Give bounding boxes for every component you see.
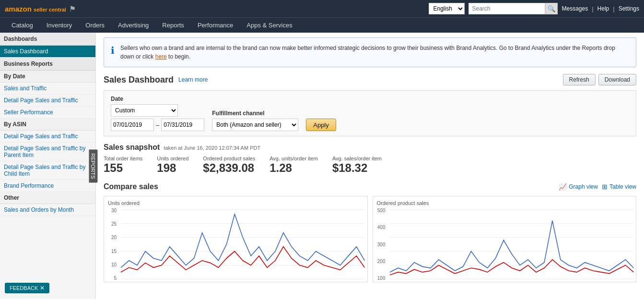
apply-button[interactable]: Apply bbox=[306, 119, 336, 131]
brand-analytics-link[interactable]: here bbox=[155, 53, 167, 60]
logo: amazon seller central bbox=[5, 5, 66, 13]
chart2-label: Ordered product sales bbox=[377, 200, 632, 206]
help-link[interactable]: Help bbox=[597, 5, 609, 12]
date-filter-label: Date bbox=[111, 96, 204, 102]
content-area: ℹ Sellers who own a brand and are intern… bbox=[96, 33, 644, 299]
nav-performance[interactable]: Performance bbox=[191, 18, 240, 33]
date-separator: – bbox=[156, 121, 159, 129]
snapshot-subtitle: taken at June 16, 2020 12:07:34 AM PDT bbox=[164, 145, 260, 151]
metric-total-order-items: Total order items 155 bbox=[104, 156, 142, 175]
nav-orders[interactable]: Orders bbox=[79, 18, 111, 33]
date-start-input[interactable] bbox=[111, 119, 154, 131]
date-range: – bbox=[111, 119, 204, 131]
dashboard-header: Sales Dashboard Learn more Refresh Downl… bbox=[104, 74, 636, 85]
sidebar-business-reports-title: Business Reports bbox=[0, 58, 95, 71]
view-toggles: 📈 Graph view ⊞ Table view bbox=[559, 183, 636, 191]
divider: | bbox=[592, 5, 593, 12]
nav-reports[interactable]: Reports bbox=[155, 18, 191, 33]
main-layout: Dashboards Sales Dashboard Business Repo… bbox=[0, 33, 644, 299]
search-button[interactable]: 🔍 bbox=[545, 3, 558, 14]
sidebar-dashboards-title: Dashboards bbox=[0, 33, 95, 46]
nav-apps[interactable]: Apps & Services bbox=[240, 18, 299, 33]
info-text: Sellers who own a brand and are internal… bbox=[120, 44, 629, 61]
table-view-toggle[interactable]: ⊞ Table view bbox=[602, 183, 636, 191]
fulfillment-filter-label: Fulfillment channel bbox=[212, 110, 298, 117]
fulfillment-filter-group: Fulfillment channel Both (Amazon and sel… bbox=[212, 110, 298, 131]
feedback-close-icon[interactable]: ✕ bbox=[40, 285, 45, 291]
sidebar-item-asin-parent[interactable]: Detail Page Sales and Traffic by Parent … bbox=[0, 143, 95, 161]
settings-link[interactable]: Settings bbox=[619, 5, 639, 12]
filter-row: Date Custom Today Yesterday Last 7 days … bbox=[104, 90, 636, 136]
sidebar-by-date: By Date bbox=[0, 71, 95, 83]
snapshot-section: Sales snapshot taken at June 16, 2020 12… bbox=[104, 143, 636, 175]
download-button[interactable]: Download bbox=[598, 74, 636, 85]
divider2: | bbox=[613, 5, 614, 12]
fulfillment-select[interactable]: Both (Amazon and seller) Amazon Seller bbox=[212, 119, 298, 131]
chart1-area bbox=[118, 207, 367, 282]
flag-icon: ⚑ bbox=[69, 4, 76, 13]
chart2-y-axis: 500 400 300 200 100 bbox=[373, 207, 387, 282]
dashboard-title: Sales Dashboard bbox=[104, 75, 174, 85]
snapshot-metrics: Total order items 155 Units ordered 198 … bbox=[104, 156, 636, 175]
chart1-y-axis: 30 25 20 15 10 5 bbox=[104, 207, 118, 282]
info-icon: ℹ bbox=[111, 45, 115, 56]
top-bar-right: English Español Deutsch 🔍 Messages | Hel… bbox=[429, 3, 639, 14]
top-bar: amazon seller central ⚑ English Español … bbox=[0, 0, 644, 17]
messages-link[interactable]: Messages bbox=[562, 5, 588, 12]
search-box: 🔍 bbox=[468, 3, 558, 14]
sidebar-item-sales-traffic[interactable]: Sales and Traffic bbox=[0, 83, 95, 95]
sidebar-item-detail-page[interactable]: Detail Page Sales and Traffic bbox=[0, 95, 95, 107]
charts-container: Units ordered 30 25 20 15 10 5 Ord bbox=[104, 196, 636, 282]
top-links: Messages | Help | Settings bbox=[562, 5, 639, 12]
nav-catalog[interactable]: Catalog bbox=[5, 18, 40, 33]
sidebar-item-asin-child[interactable]: Detail Page Sales and Traffic by Child I… bbox=[0, 161, 95, 180]
sidebar-item-brand-perf[interactable]: Brand Performance bbox=[0, 180, 95, 192]
chart2-area bbox=[387, 207, 636, 282]
units-ordered-chart: Units ordered 30 25 20 15 10 5 bbox=[104, 196, 368, 282]
date-end-input[interactable] bbox=[161, 119, 204, 131]
graph-icon: 📈 bbox=[559, 183, 567, 191]
date-select[interactable]: Custom Today Yesterday Last 7 days Last … bbox=[111, 104, 178, 117]
date-filter-group: Date Custom Today Yesterday Last 7 days … bbox=[111, 96, 204, 131]
search-input[interactable] bbox=[468, 3, 545, 14]
compare-section: Compare sales 📈 Graph view ⊞ Table view … bbox=[104, 182, 636, 282]
product-sales-chart: Ordered product sales 500 400 300 200 10… bbox=[373, 196, 637, 282]
sidebar-other: Other bbox=[0, 192, 95, 204]
sidebar-item-seller-perf[interactable]: Seller Performance bbox=[0, 107, 95, 119]
sidebar-item-sales-orders[interactable]: Sales and Orders by Month bbox=[0, 204, 95, 216]
nav-inventory[interactable]: Inventory bbox=[40, 18, 79, 33]
nav-bar: Catalog Inventory Orders Advertising Rep… bbox=[0, 17, 644, 33]
metric-avg-sales: Avg. sales/order item $18.32 bbox=[332, 156, 382, 175]
feedback-button[interactable]: FEEDBACK ✕ bbox=[5, 283, 49, 293]
refresh-button[interactable]: Refresh bbox=[563, 74, 596, 85]
metric-units-ordered: Units ordered 198 bbox=[157, 156, 188, 175]
snapshot-title: Sales snapshot bbox=[104, 143, 160, 152]
sidebar: Dashboards Sales Dashboard Business Repo… bbox=[0, 33, 96, 299]
reports-side-tab[interactable]: REPORTS bbox=[89, 149, 98, 182]
info-banner: ℹ Sellers who own a brand and are intern… bbox=[104, 37, 636, 67]
metric-ordered-product-sales: Ordered product sales $2,839.08 bbox=[203, 156, 255, 175]
logo-area: amazon seller central ⚑ bbox=[5, 4, 76, 13]
language-selector[interactable]: English Español Deutsch bbox=[429, 3, 465, 14]
nav-advertising[interactable]: Advertising bbox=[111, 18, 155, 33]
table-icon: ⊞ bbox=[602, 183, 608, 191]
header-actions: Refresh Download bbox=[563, 74, 636, 85]
metric-avg-units: Avg. units/order item 1.28 bbox=[269, 156, 318, 175]
compare-title: Compare sales bbox=[104, 182, 158, 191]
compare-header: Compare sales 📈 Graph view ⊞ Table view bbox=[104, 182, 636, 191]
graph-view-toggle[interactable]: 📈 Graph view bbox=[559, 183, 598, 191]
learn-more-link[interactable]: Learn more bbox=[178, 76, 208, 83]
chart1-label: Units ordered bbox=[108, 200, 363, 206]
sidebar-by-asin: By ASIN bbox=[0, 119, 95, 131]
sidebar-item-sales-dashboard[interactable]: Sales Dashboard bbox=[0, 46, 95, 58]
sidebar-item-asin-detail[interactable]: Detail Page Sales and Traffic bbox=[0, 131, 95, 143]
